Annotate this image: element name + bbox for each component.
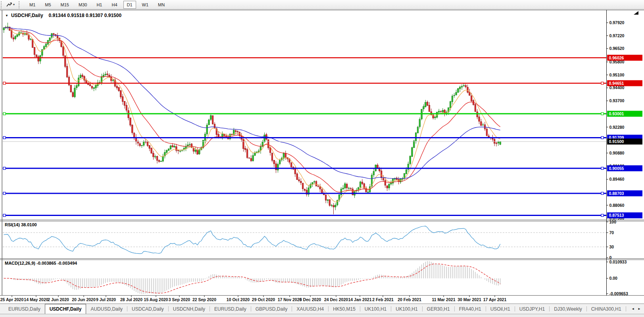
- axis-label: 0.91500: [609, 139, 624, 144]
- axis-label: 0.93700: [609, 98, 625, 103]
- axis-label: 0.88703: [609, 191, 624, 196]
- top-toolbar: ▾ M1M5M15M30H1H4D1W1MN: [0, 0, 644, 10]
- chart-tab-ger30-h1[interactable]: GER30,H1: [423, 304, 454, 314]
- chart-tab-eurusd-daily[interactable]: EURUSD,Daily: [4, 304, 45, 314]
- timeframe-button-h1[interactable]: H1: [93, 1, 106, 9]
- hline-handle[interactable]: [3, 167, 6, 170]
- axis-label: 14 Jan 2021: [348, 297, 372, 302]
- chart-tab-usdcad-daily[interactable]: USDCAD,Daily: [127, 304, 168, 314]
- axis-label: 0.87513: [609, 213, 624, 218]
- axis-label: 20 Feb 2021: [398, 297, 421, 302]
- price-tag-0.93001: 0.93001: [607, 111, 642, 117]
- tab-scroll-buttons: ◄ ►: [629, 304, 643, 313]
- timeframe-button-d1[interactable]: D1: [123, 1, 136, 9]
- timeframe-button-mn[interactable]: MN: [154, 1, 168, 9]
- hline-handle[interactable]: [601, 113, 604, 115]
- chart-tabs-bar: EURUSD,DailyUSDCHF,DailyAUDUSD,DailyUSDC…: [0, 304, 644, 314]
- axis-label: 100: [609, 220, 617, 224]
- axis-label: 15 Aug 2020: [144, 297, 168, 302]
- hline-handle[interactable]: [601, 82, 604, 84]
- timeframe-button-h4[interactable]: H4: [108, 1, 121, 9]
- hline-handle[interactable]: [601, 192, 604, 195]
- chart-tab-dj30-weekly[interactable]: DJ30,Weekly: [550, 304, 586, 314]
- timeframe-button-m30[interactable]: M30: [75, 1, 90, 9]
- axis-label: 0.90055: [609, 166, 624, 171]
- axis-label: 0.96520: [609, 46, 625, 51]
- chart-canvas[interactable]: 0.979200.972200.965200.958000.951000.944…: [0, 0, 644, 317]
- chart-tab-audusd-daily[interactable]: AUDUSD,Daily: [86, 304, 127, 314]
- axis-label: 3 Sep 2020: [169, 297, 190, 302]
- chart-ohlc-values: 0.91344 0.91518 0.91307 0.91500: [49, 13, 122, 18]
- chart-tab-uk100-h1[interactable]: UK100,H1: [391, 304, 422, 314]
- axis-label: 28 Jul 2020: [120, 297, 142, 302]
- collapse-triangle-icon[interactable]: ▼: [5, 14, 8, 17]
- chart-tab-xauusd-h4[interactable]: XAUUSD,H4: [292, 304, 328, 314]
- axis-label: 0.97920: [609, 20, 625, 25]
- rsi-indicator-label: RSI(14) 38.0100: [5, 222, 37, 227]
- axis-label: 9 Jul 2020: [96, 297, 116, 302]
- hline-handle[interactable]: [3, 136, 6, 139]
- price-tag-0.96026: 0.96026: [607, 55, 642, 61]
- hline-handle[interactable]: [3, 214, 6, 217]
- chart-tabs: EURUSD,DailyUSDCHF,DailyAUDUSD,DailyUSDC…: [4, 304, 638, 314]
- axis-label: 2 Jun 2020: [48, 297, 69, 302]
- tab-scroll-left-icon[interactable]: ◄: [630, 306, 636, 312]
- toolbar-grip[interactable]: [1, 1, 3, 8]
- axis-label: 0.94651: [609, 81, 624, 86]
- price-tag-0.90055: 0.90055: [607, 165, 642, 171]
- axis-label: 11 Mar 2021: [432, 297, 456, 302]
- timeframe-button-w1[interactable]: W1: [138, 1, 152, 9]
- timeframe-button-m15[interactable]: M15: [57, 1, 73, 9]
- axis-label: 22 Sep 2020: [192, 297, 216, 302]
- chart-tab-uk100-h1[interactable]: UK100,H1: [360, 304, 391, 314]
- axis-label: 0.96026: [609, 55, 624, 60]
- axis-label: 14 May 2020: [24, 297, 48, 302]
- axis-label: 0.95100: [609, 73, 625, 77]
- axis-label: 30 Mar 2021: [458, 297, 481, 302]
- axis-label: 20 Jun 2020: [72, 297, 96, 302]
- axis-label: -0.009653: [609, 291, 628, 296]
- axis-label: 29 Oct 2020: [252, 297, 275, 302]
- hline-handle[interactable]: [601, 136, 604, 139]
- hline-handle[interactable]: [3, 113, 6, 115]
- axis-label: 0.00: [609, 276, 618, 281]
- timeframe-toolbar-grip[interactable]: [19, 1, 21, 8]
- axis-label: 0.92280: [609, 125, 625, 130]
- chart-header: ▼ USDCHF,Daily 0.91344 0.91518 0.91307 0…: [5, 13, 121, 18]
- chart-tab-usdcnh-daily[interactable]: USDCNH,Daily: [169, 304, 210, 314]
- price-tag-0.87513: 0.87513: [607, 212, 642, 218]
- chart-tab-usdchf-daily[interactable]: USDCHF,Daily: [45, 304, 87, 314]
- axis-label: 30: [609, 244, 614, 249]
- timeframe-button-m1[interactable]: M1: [26, 1, 39, 9]
- macd-indicator-label: MACD(12,26,9) -0.003865 -0.003494: [5, 261, 77, 265]
- crosshair-tool-icon[interactable]: [6, 2, 13, 8]
- chart-tab-fra40-h1[interactable]: FRA40,H1: [455, 304, 486, 314]
- status-bar: [0, 314, 644, 317]
- chart-window-background: [0, 10, 644, 304]
- price-tag-0.91500: 0.91500: [607, 139, 642, 145]
- dropdown-caret-icon[interactable]: ▾: [13, 3, 15, 6]
- axis-label: 0.93001: [609, 111, 624, 116]
- axis-label: 70: [609, 230, 614, 235]
- axis-label: 0.88060: [609, 203, 625, 208]
- axis-label: 0.89460: [609, 177, 625, 181]
- chart-tab-usoil-h1[interactable]: USOil,H1: [486, 304, 515, 314]
- hline-handle[interactable]: [3, 82, 6, 84]
- timeframe-button-m5[interactable]: M5: [41, 1, 54, 9]
- axis-label: 0.90880: [609, 151, 625, 155]
- hline-handle[interactable]: [601, 167, 604, 170]
- axis-label: 24 Dec 2020: [324, 297, 348, 302]
- axis-label: 0.97220: [609, 33, 625, 38]
- chart-symbol-label: USDCHF,Daily: [11, 13, 43, 18]
- chart-tab-hk50-m15[interactable]: HK50,M15: [329, 304, 360, 314]
- chart-tab-china300-h1[interactable]: CHINA300,H1: [587, 304, 626, 314]
- axis-label: 5 Dec 2020: [300, 297, 321, 302]
- chart-tab-eurusd-daily[interactable]: EURUSD,Daily: [210, 304, 251, 314]
- chart-tab-usdjpy-h1[interactable]: USDJPY,H1: [515, 304, 549, 314]
- tab-scroll-right-icon[interactable]: ►: [636, 306, 642, 312]
- hline-handle[interactable]: [601, 214, 604, 217]
- price-tag-0.94651: 0.94651: [607, 80, 642, 86]
- hline-handle[interactable]: [3, 192, 6, 195]
- chart-tab-gbpusd-daily[interactable]: GBPUSD,Daily: [251, 304, 292, 314]
- axis-label: 2 Feb 2021: [372, 297, 394, 302]
